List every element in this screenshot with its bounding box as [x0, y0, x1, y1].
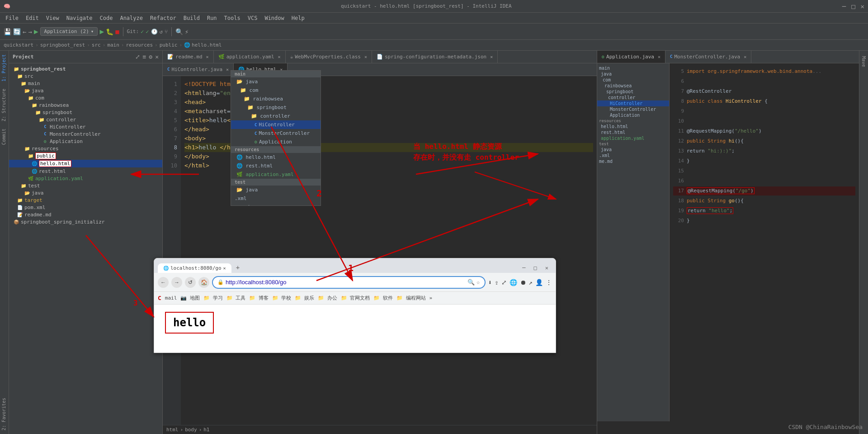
breadcrumb-resources[interactable]: resources [126, 42, 153, 48]
forward-icon[interactable]: → [28, 28, 32, 35]
browser-url-input[interactable] [226, 279, 466, 286]
breadcrumb-public[interactable]: public [160, 42, 178, 48]
sync-icon[interactable]: 🔄 [13, 28, 21, 35]
popup-item-appyaml[interactable]: 🌿 application.yaml [231, 170, 321, 179]
breadcrumb-html[interactable]: html [166, 427, 179, 433]
right-tree-monstercontroller[interactable]: MonsterController [597, 106, 669, 112]
right-tree-java[interactable]: java [597, 71, 669, 77]
left-tab-commit[interactable]: Commit [0, 125, 9, 148]
tree-item-monstercontroller[interactable]: C MonsterController [9, 130, 162, 138]
tree-item-test[interactable]: 📁 test [9, 182, 162, 189]
browser-reload[interactable]: ↺ [185, 277, 196, 288]
debug-btn[interactable]: 🐛 [106, 28, 113, 35]
stop-btn[interactable]: ■ [115, 28, 119, 35]
tab-readme[interactable]: 📝 readme.md ✕ [163, 51, 214, 63]
right-tree-com[interactable]: com [597, 77, 669, 83]
git-check[interactable]: ✓ [141, 29, 144, 35]
browser-new-tab[interactable]: + [232, 262, 243, 273]
bookmark-coding[interactable]: 📁 编程网站 [396, 295, 426, 301]
code-editor[interactable]: 12345 678910 <!DOCTYPE html> <html lang=… [163, 76, 597, 425]
maximize-icon[interactable]: □ [851, 3, 855, 10]
right-tree-springboot[interactable]: springboot [597, 89, 669, 95]
menu-refactor[interactable]: Refactor [146, 14, 180, 22]
bookmark-official[interactable]: 📁 官网文档 [341, 295, 370, 301]
git-undo[interactable]: ↺ [160, 29, 163, 35]
menu-navigate[interactable]: Navigate [63, 14, 96, 22]
tree-item-application-yaml[interactable]: 🌿 application.yaml [9, 175, 162, 182]
menu-help[interactable]: Help [288, 14, 308, 22]
right-tree-java2[interactable]: java [597, 147, 669, 153]
download-icon[interactable]: ⬇ [488, 279, 492, 286]
browser-active-tab[interactable]: 🌐 localhost:8080/go ✕ [158, 263, 231, 273]
share-icon[interactable]: ↗ [529, 279, 533, 286]
browser-tab-close[interactable]: ✕ [223, 266, 226, 271]
run-config-dropdown[interactable]: Application (2) ▾ [40, 27, 98, 36]
menu-edit[interactable]: Edit [22, 14, 42, 22]
breadcrumb-src[interactable]: src [92, 42, 101, 48]
browser-maximize[interactable]: □ [530, 263, 541, 273]
close-panel-icon[interactable]: ✕ [155, 53, 159, 60]
right-tree-rainbowsea[interactable]: rainbowsea [597, 83, 669, 89]
breadcrumb-body[interactable]: body [185, 427, 197, 433]
more-icon[interactable]: ⋮ [546, 279, 552, 286]
tree-item-rest-html[interactable]: 🌐 rest.html [9, 167, 162, 175]
popup-item-java2[interactable]: 📂 java [231, 186, 321, 194]
bookmark-study[interactable]: 📁 学习 [203, 295, 223, 301]
tab-application-yaml[interactable]: 🌿 application.yaml ✕ [214, 51, 286, 63]
breadcrumb-h1[interactable]: h1 [203, 427, 209, 433]
external-link-icon[interactable]: ⤢ [501, 279, 507, 286]
tree-item-resources[interactable]: 📁 resources [9, 145, 162, 152]
bookmark-school[interactable]: 📁 学校 [272, 295, 292, 301]
popup-item-java[interactable]: 📂 java [231, 77, 321, 86]
popup-item-controller[interactable]: 📁 controller [231, 112, 321, 120]
right-tree-rest[interactable]: rest.html [597, 129, 669, 135]
close-icon[interactable]: ✕ [861, 3, 864, 10]
back-icon[interactable]: ← [23, 28, 26, 35]
left-tab-zstructure[interactable]: Z: Structure [0, 85, 9, 125]
popup-item-hicontroller[interactable]: C HiController [231, 120, 321, 129]
right-tree-memd[interactable]: me.md [597, 158, 669, 164]
tree-item-src[interactable]: 📁 src [9, 72, 162, 80]
popup-item-rainbowsea[interactable]: 📁 rainbowsea [231, 95, 321, 103]
tree-item-pom[interactable]: 📄 pom.xml [9, 204, 162, 211]
left-tab-favorites[interactable]: 2: Favorites [0, 394, 9, 434]
menu-window[interactable]: Window [261, 14, 288, 22]
right-tab-monster[interactable]: C MonsterController.java ✕ [665, 51, 751, 63]
browser-url-bar[interactable]: 🔒 🔍 ☆ [212, 276, 486, 289]
breadcrumb-quickstart[interactable]: quickstart [4, 42, 33, 48]
right-tree-hello[interactable]: hello.html [597, 124, 669, 129]
popup-item-springboot[interactable]: 📁 springboot [231, 103, 321, 112]
tab-close-icon[interactable]: ✕ [226, 67, 229, 72]
tab-close-icon[interactable]: ✕ [278, 54, 281, 59]
popup-item-monstercontroller[interactable]: C MonsterController [231, 129, 321, 138]
menu-analyze[interactable]: Analyze [116, 14, 146, 22]
run-btn[interactable]: ▶ [99, 27, 104, 36]
bookmark-more[interactable]: » [429, 295, 433, 301]
tab-spring-config[interactable]: 📄 spring-configuration-metadata.json ✕ [372, 51, 498, 63]
minimize-icon[interactable]: ─ [842, 3, 846, 10]
popup-item-xml[interactable]: .xml [231, 194, 321, 203]
maven-tab[interactable]: Mave [860, 52, 868, 71]
breadcrumb-main[interactable]: main [107, 42, 119, 48]
breadcrumb-hello-html[interactable]: 🌐hello.html [184, 42, 222, 48]
tab-close-icon[interactable]: ✕ [744, 54, 746, 59]
browser-forward[interactable]: → [171, 277, 182, 288]
right-tree-hicontroller[interactable]: HiController [597, 100, 669, 106]
translate-icon[interactable]: ⚡ [185, 28, 189, 35]
tree-item-hello-html[interactable]: 🌐 hello.html [9, 160, 162, 167]
popup-item-memd[interactable]: me.md [231, 203, 321, 206]
left-tab-project[interactable]: 1: Project [0, 51, 9, 85]
menu-file[interactable]: File [2, 14, 22, 22]
git-branch[interactable]: ⑂ [165, 29, 168, 35]
menu-vcs[interactable]: VCS [244, 14, 261, 22]
browser-close[interactable]: ✕ [542, 263, 552, 273]
search-browser-icon[interactable]: 🔍 [467, 279, 475, 286]
tree-item-application[interactable]: ⚙ Application [9, 138, 162, 145]
right-tab-application[interactable]: ⚙ Application.java ✕ [597, 51, 665, 63]
menu-build[interactable]: Build [180, 14, 203, 22]
tree-item-com[interactable]: 📁 com [9, 94, 162, 101]
tree-item-springboot-rest[interactable]: 📁 springboot_rest [9, 65, 162, 72]
browser-minimize[interactable]: ─ [519, 263, 529, 273]
bookmark-office[interactable]: 📁 办公 [318, 295, 337, 301]
menu-code[interactable]: Code [96, 14, 117, 22]
